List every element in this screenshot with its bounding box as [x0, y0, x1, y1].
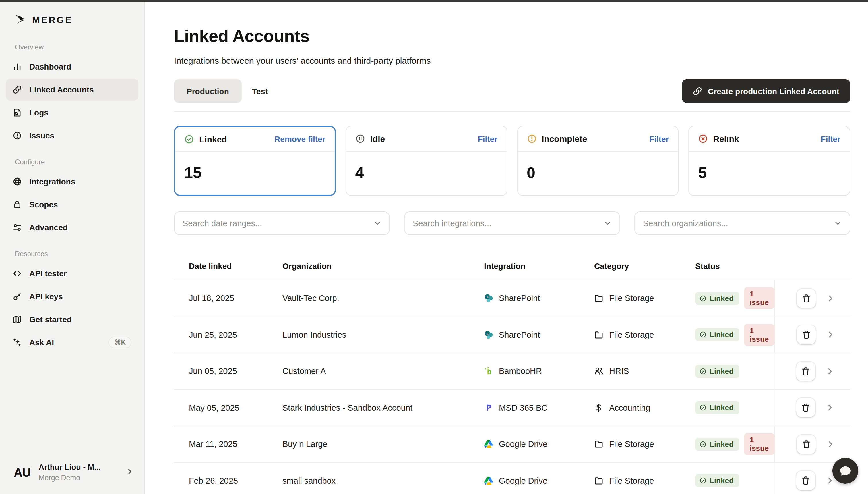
- key-icon: [13, 292, 22, 301]
- chevron-right-icon[interactable]: [826, 294, 835, 303]
- chevron-right-icon[interactable]: [826, 403, 834, 412]
- delete-button[interactable]: [796, 398, 815, 417]
- sidebar-item-logs[interactable]: Logs: [6, 102, 138, 124]
- category-icon: [594, 367, 603, 376]
- sidebar-item-label: Get started: [29, 315, 72, 324]
- top-window-strip: [0, 0, 868, 2]
- cell-status: Linked 1 issue: [695, 287, 774, 309]
- cell-integration: MSD 365 BC: [484, 403, 594, 413]
- sidebar-item-ask-ai[interactable]: Ask AI ⌘K: [6, 331, 138, 353]
- chevron-right-icon: [126, 468, 134, 478]
- integration-name: Google Drive: [499, 476, 547, 486]
- sidebar-item-api-tester[interactable]: API tester: [6, 263, 138, 284]
- category-name: File Storage: [609, 294, 654, 303]
- chevron-right-icon[interactable]: [826, 367, 834, 376]
- chat-support-button[interactable]: [832, 458, 858, 484]
- cell-date-linked: Jul 18, 2025: [189, 294, 282, 303]
- keyboard-shortcut-badge: ⌘K: [108, 337, 132, 348]
- integration-logo: [484, 440, 493, 449]
- lock-icon: [13, 200, 22, 209]
- summary-card-relink[interactable]: Relink Filter 5: [689, 126, 850, 196]
- column-header-status: Status: [695, 261, 774, 270]
- table-row[interactable]: Jul 18, 2025 Vault-Tec Corp. s SharePoin…: [174, 280, 850, 316]
- summary-card-linked[interactable]: Linked Remove filter 15: [174, 126, 336, 196]
- pause-circle-icon: [355, 134, 365, 144]
- alert-circle-icon: [13, 131, 22, 140]
- table-row[interactable]: Jun 25, 2025 Lumon Industries s SharePoi…: [174, 316, 850, 353]
- table-row[interactable]: Mar 11, 2025 Buy n Large Google Drive Fi…: [174, 426, 850, 462]
- svg-text:b: b: [487, 368, 491, 376]
- chevron-down-icon: [834, 220, 842, 227]
- integration-filter-select[interactable]: Search integrations...: [404, 211, 620, 235]
- category-icon: [594, 294, 603, 303]
- cell-category: HRIS: [594, 367, 695, 376]
- remove-filter-link[interactable]: Remove filter: [274, 134, 325, 144]
- column-header-category: Category: [594, 261, 695, 270]
- trash-icon: [802, 330, 811, 340]
- tab-test[interactable]: Test: [242, 79, 278, 103]
- delete-button[interactable]: [796, 471, 815, 490]
- summary-card-incomplete[interactable]: Incomplete Filter 0: [517, 126, 679, 196]
- delete-button[interactable]: [797, 289, 816, 308]
- bar-chart-icon: [13, 62, 22, 71]
- cell-actions: [774, 353, 850, 389]
- issue-badge[interactable]: 1 issue: [744, 287, 775, 309]
- card-count: 15: [184, 164, 335, 182]
- chevron-right-icon[interactable]: [826, 330, 835, 339]
- delete-button[interactable]: [797, 325, 816, 344]
- sidebar-item-label: API tester: [29, 269, 67, 278]
- avatar: AU: [14, 466, 31, 480]
- tab-production[interactable]: Production: [174, 79, 242, 103]
- status-summary-cards: Linked Remove filter 15 Idle Filter 4 In…: [174, 126, 850, 196]
- cell-status: Linked 1 issue: [695, 324, 774, 346]
- sidebar-item-get-started[interactable]: Get started: [6, 308, 138, 330]
- category-icon: [594, 330, 603, 340]
- sidebar-item-integrations[interactable]: Integrations: [6, 171, 138, 192]
- cell-status: Linked: [695, 401, 774, 415]
- delete-button[interactable]: [796, 362, 815, 381]
- card-count: 0: [527, 164, 678, 182]
- sidebar-item-api-keys[interactable]: API keys: [6, 285, 138, 307]
- date-range-filter-select[interactable]: Search date ranges...: [174, 211, 390, 235]
- filter-link[interactable]: Filter: [821, 134, 841, 143]
- section-label: Overview: [15, 43, 144, 51]
- integration-logo: s: [484, 330, 493, 340]
- sidebar-item-scopes[interactable]: Scopes: [6, 194, 138, 215]
- sidebar-item-dashboard[interactable]: Dashboard: [6, 56, 138, 78]
- category-name: File Storage: [609, 330, 654, 340]
- cell-integration: b BambooHR: [484, 367, 594, 376]
- sidebar-item-label: Linked Accounts: [29, 85, 94, 94]
- cell-status: Linked 1 issue: [695, 433, 774, 455]
- sidebar-item-label: Scopes: [29, 200, 58, 209]
- user-account-menu[interactable]: AU Arthur Liou - M... Merge Demo: [0, 457, 144, 494]
- card-label: Linked: [199, 134, 227, 144]
- x-circle-icon: [698, 134, 708, 144]
- create-button-label: Create production Linked Account: [708, 87, 839, 96]
- cell-date-linked: May 05, 2025: [189, 403, 282, 413]
- filter-placeholder: Search organizations...: [643, 218, 728, 228]
- integration-logo: [484, 403, 493, 413]
- sidebar-item-issues[interactable]: Issues: [6, 125, 138, 147]
- table-row[interactable]: Jun 05, 2025 Customer A b BambooHR HRIS …: [174, 353, 850, 389]
- chevron-right-icon[interactable]: [826, 440, 835, 449]
- table-row[interactable]: May 05, 2025 Stark Industries - Sandbox …: [174, 389, 850, 426]
- card-label: Relink: [713, 134, 739, 144]
- organization-filter-select[interactable]: Search organizations...: [634, 211, 850, 235]
- cell-category: File Storage: [594, 476, 695, 486]
- link-icon: [13, 85, 22, 94]
- category-name: File Storage: [609, 476, 654, 486]
- filter-link[interactable]: Filter: [478, 134, 497, 143]
- issue-badge[interactable]: 1 issue: [744, 324, 775, 346]
- issue-badge[interactable]: 1 issue: [744, 433, 775, 455]
- sidebar-item-linked-accounts[interactable]: Linked Accounts: [6, 79, 138, 100]
- chevron-right-icon[interactable]: [826, 476, 834, 485]
- table-row[interactable]: Feb 26, 2025 small sandbox Google Drive …: [174, 462, 850, 494]
- filter-link[interactable]: Filter: [649, 134, 669, 143]
- cell-integration: Google Drive: [484, 476, 594, 486]
- status-badge: Linked: [695, 438, 739, 451]
- delete-button[interactable]: [797, 435, 816, 454]
- create-linked-account-button[interactable]: Create production Linked Account: [682, 79, 850, 103]
- summary-card-idle[interactable]: Idle Filter 4: [346, 126, 508, 196]
- sidebar-item-advanced[interactable]: Advanced: [6, 216, 138, 239]
- sidebar-section-configure: Configure Integrations Scopes Advanced: [0, 158, 144, 239]
